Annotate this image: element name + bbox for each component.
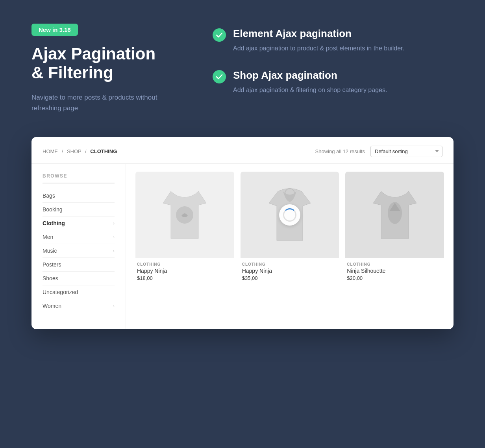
breadcrumb-current: CLOTHING — [90, 148, 117, 154]
browse-label: BROWSE — [43, 173, 115, 179]
check-icon-1 — [213, 28, 226, 42]
chevron-icon-music: › — [113, 248, 115, 253]
breadcrumb: HOME / SHOP / CLOTHING — [43, 148, 117, 154]
breadcrumb-sep-1: / — [62, 148, 63, 154]
check-icon-2 — [213, 70, 226, 83]
product-image-3 — [345, 172, 444, 258]
tshirt-svg-2 — [369, 183, 420, 246]
product-name-3: Ninja Silhouette — [347, 268, 442, 274]
product-name-1: Happy Ninja — [137, 268, 233, 274]
sidebar-label-clothing: Clothing — [43, 220, 65, 226]
sidebar-label-women: Women — [43, 303, 61, 309]
product-name-2: Happy Ninja — [242, 268, 338, 274]
sidebar-item-bags[interactable]: Bags — [43, 189, 115, 203]
breadcrumb-shop[interactable]: SHOP — [67, 148, 81, 154]
svg-point-1 — [213, 70, 226, 83]
sidebar-label-booking: Booking — [43, 206, 63, 213]
sidebar-label-bags: Bags — [43, 193, 55, 199]
product-image-2 — [241, 172, 339, 258]
shop-sidebar: BROWSE Bags Booking Clothing › Men › Mus… — [31, 164, 126, 329]
feature-2-desc: Add ajax pagination & filtering on shop … — [233, 85, 387, 95]
sidebar-label-music: Music — [43, 248, 57, 254]
results-text: Showing all 12 results — [315, 148, 365, 154]
feature-1-title: Element Ajax pagination — [233, 28, 404, 40]
sidebar-label-posters: Posters — [43, 261, 61, 268]
sidebar-item-uncategorized[interactable]: Uncategorized — [43, 285, 115, 299]
feature-2-title: Shop Ajax pagination — [233, 69, 387, 81]
hero-left: New in 3.18 Ajax Pagination& Filtering N… — [31, 24, 181, 113]
feature-1-desc: Add ajax pagination to product & post el… — [233, 44, 404, 54]
sidebar-item-clothing[interactable]: Clothing › — [43, 217, 115, 230]
hero-title: Ajax Pagination& Filtering — [31, 44, 181, 83]
sidebar-item-men[interactable]: Men › — [43, 230, 115, 244]
chevron-icon-clothing: › — [113, 221, 115, 226]
hero-right: Element Ajax pagination Add ajax paginat… — [213, 24, 454, 113]
sidebar-label-shoes: Shoes — [43, 275, 58, 281]
shop-body: BROWSE Bags Booking Clothing › Men › Mus… — [31, 164, 454, 329]
loading-spinner-container — [279, 204, 300, 226]
hero-description: Navigate to more posts & products withou… — [31, 92, 181, 113]
product-category-2: CLOTHING — [242, 262, 338, 267]
product-info-3: CLOTHING Ninja Silhouette $20,00 — [345, 258, 444, 283]
sidebar-label-uncategorized: Uncategorized — [43, 289, 78, 295]
loading-spinner — [283, 208, 296, 222]
sidebar-label-men: Men — [43, 234, 53, 240]
product-price-3: $20,00 — [347, 275, 442, 281]
chevron-icon-women: › — [113, 304, 115, 308]
feature-element-ajax: Element Ajax pagination Add ajax paginat… — [213, 28, 454, 54]
sidebar-item-booking[interactable]: Booking — [43, 203, 115, 217]
product-card-1[interactable]: CLOTHING Happy Ninja $18,00 — [135, 172, 234, 283]
sidebar-item-women[interactable]: Women › — [43, 299, 115, 313]
svg-point-0 — [213, 28, 226, 42]
results-info: Showing all 12 results Default sorting S… — [315, 146, 442, 157]
hero-section: New in 3.18 Ajax Pagination& Filtering N… — [31, 24, 454, 113]
breadcrumb-sep-2: / — [85, 148, 87, 154]
tshirt-svg-1 — [159, 183, 210, 246]
shop-card: HOME / SHOP / CLOTHING Showing all 12 re… — [31, 137, 454, 329]
chevron-icon-men: › — [113, 235, 115, 239]
product-image-1 — [135, 172, 234, 258]
shop-header: HOME / SHOP / CLOTHING Showing all 12 re… — [31, 137, 454, 164]
version-badge: New in 3.18 — [31, 24, 78, 36]
sort-select[interactable]: Default sorting Sort by popularity Sort … — [370, 146, 442, 157]
product-card-3[interactable]: CLOTHING Ninja Silhouette $20,00 — [345, 172, 444, 283]
product-info-1: CLOTHING Happy Ninja $18,00 — [135, 258, 234, 283]
product-price-1: $18,00 — [137, 275, 233, 281]
product-card-2[interactable]: CLOTHING Happy Ninja $35,00 — [241, 172, 339, 283]
product-category-3: CLOTHING — [347, 262, 442, 267]
product-category-1: CLOTHING — [137, 262, 233, 267]
sidebar-item-shoes[interactable]: Shoes — [43, 272, 115, 285]
product-info-2: CLOTHING Happy Ninja $35,00 — [241, 258, 339, 283]
feature-shop-ajax: Shop Ajax pagination Add ajax pagination… — [213, 69, 454, 95]
sidebar-item-posters[interactable]: Posters — [43, 258, 115, 272]
browse-divider — [43, 183, 115, 183]
product-price-2: $35,00 — [242, 275, 338, 281]
products-grid: CLOTHING Happy Ninja $18,00 — [126, 164, 454, 329]
breadcrumb-home[interactable]: HOME — [43, 148, 58, 154]
sidebar-item-music[interactable]: Music › — [43, 244, 115, 258]
